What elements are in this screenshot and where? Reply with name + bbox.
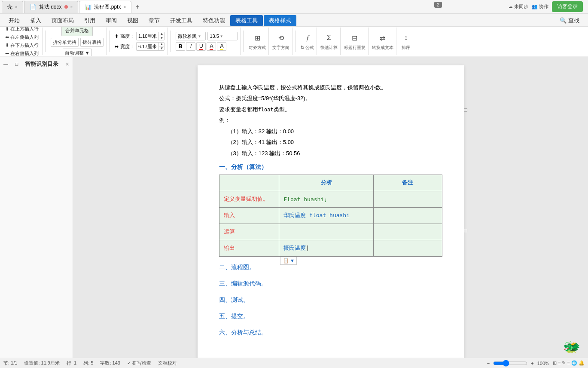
height-text: 高度： <box>120 33 134 40</box>
sidebar-toggle-expand[interactable]: □ <box>15 61 18 67</box>
merge-cells-btn[interactable]: 合并单元格 <box>61 27 93 36</box>
doc-align[interactable]: 文档校对 <box>158 360 177 366</box>
formula-button[interactable]: 𝑓 <box>302 32 314 44</box>
tab-docx[interactable]: 📄 算法.docx × <box>24 1 79 13</box>
width-label-text: 宽度： <box>120 43 134 50</box>
tab-pptx-close[interactable]: × <box>123 5 126 9</box>
insert-left-btn[interactable]: ⬅ 在左侧插入列 <box>3 34 40 41</box>
tab-review[interactable]: 审阅 <box>101 15 122 26</box>
width-up-btn[interactable]: ▲ <box>159 42 164 46</box>
height-input[interactable]: 1.10厘米 ▲ ▼ <box>136 32 165 40</box>
spell-check[interactable]: ✓ 拼写检查 <box>127 360 151 366</box>
tab-docx-close[interactable]: × <box>70 5 73 9</box>
width-input[interactable]: 6.17厘米 ▲ ▼ <box>136 42 165 51</box>
italic-button[interactable]: I <box>186 42 195 51</box>
tab-reference[interactable]: 引用 <box>79 15 101 26</box>
section-5: 五、提交。 <box>219 310 442 322</box>
tab-docx-icon: 📄 <box>30 4 37 10</box>
tab-search[interactable]: 🔍 查找 <box>554 15 585 26</box>
section-3: 三、编辑源代码。 <box>219 277 442 289</box>
tab-special[interactable]: 特色功能 <box>198 15 230 26</box>
table-cell-4-remark[interactable] <box>373 240 442 256</box>
ribbon-group-textdir: ⟲ 文字方向 <box>270 28 292 55</box>
table-cell-3-remark[interactable] <box>373 224 442 240</box>
paste-arrow: ▼ <box>291 258 294 264</box>
visit-login-button[interactable]: 访客登录 <box>552 1 583 12</box>
ribbon-group-convert: ⇄ 转换成文本 <box>369 28 396 55</box>
sort-button[interactable]: ↕ <box>400 32 412 44</box>
height-down-btn[interactable]: ▼ <box>159 36 164 40</box>
insert-below-btn[interactable]: ⬇ 在下方插入行 <box>3 42 40 49</box>
tab-pptx[interactable]: 📊 流程图.pptx × <box>79 1 131 13</box>
insert-row4: ➡ 在右侧插入列 <box>3 50 40 56</box>
section-1-title: 一、分析（算法） <box>219 163 442 171</box>
table-cell-2-value[interactable]: 华氏温度 float huashi <box>279 207 374 224</box>
mascot: 🐲 <box>559 336 585 358</box>
insert-above-btn[interactable]: ⬆ 在上方插入行 <box>3 27 40 33</box>
tab-devtools[interactable]: 开发工具 <box>165 15 198 26</box>
table-cell-4-value[interactable]: 摄氏温度| 📋 ▼ <box>279 240 374 256</box>
ribbon-content: ⬆ 在上方插入行 ⬅ 在左侧插入列 ⬇ 在下方插入行 ➡ 在右侧插入列 <box>0 27 588 56</box>
split-table-btn[interactable]: 拆分表格 <box>80 38 104 47</box>
sidebar-toggle-collapse[interactable]: — <box>3 61 8 67</box>
width-down-btn[interactable]: ▼ <box>159 46 164 51</box>
sidebar-title-label: 智能识别目录 <box>25 60 58 68</box>
split-cell-btn[interactable]: 拆分单元格 <box>51 38 79 47</box>
font-color-button[interactable]: A <box>207 42 216 51</box>
table-cell-header-empty[interactable] <box>219 175 279 191</box>
format-btn-row: B I U A A <box>176 42 226 51</box>
ribbon-group-font: 微软雅黑 ▼ 13.5 ▼ B I U A A <box>173 28 241 55</box>
table-cell-2-label[interactable]: 输入 <box>219 207 279 224</box>
table-cell-1-label[interactable]: 定义变量赋初值。 <box>219 191 279 207</box>
header-repeat-button[interactable]: ⊟ <box>349 32 361 44</box>
table-cell-2-remark[interactable] <box>373 207 442 224</box>
examples-block: （1）输入：32 输出：0.00 （2）输入：41 输出：5.00 （3）输入：… <box>219 126 442 158</box>
text-direction-button[interactable]: ⟲ <box>275 32 287 44</box>
tab-insert[interactable]: 插入 <box>25 15 46 26</box>
font-name-arrow: ▼ <box>198 34 201 38</box>
tab-table-style[interactable]: 表格样式 <box>264 15 296 26</box>
title-bar: 壳 × 📄 算法.docx × 📊 流程图.pptx × + 2 ☁ 未同步 👥… <box>0 0 588 14</box>
font-name-select[interactable]: 微软雅黑 ▼ <box>176 32 206 40</box>
tab-layout[interactable]: 页面布局 <box>46 15 79 26</box>
requirement-paragraph: 要求变量名都用float类型。 <box>219 104 442 115</box>
ribbon-group-size: ⬍ 高度： 1.10厘米 ▲ ▼ ⬌ 宽度： 6.17厘米 ▲ ▼ <box>112 28 168 55</box>
collab-btn[interactable]: 👥 协作 <box>532 3 548 10</box>
ribbon-tabs: 开始 插入 页面布局 引用 审阅 视图 章节 开发工具 特色功能 表格工具 表格… <box>0 14 588 27</box>
insert-below-icon: ⬇ <box>5 43 9 48</box>
highlight-button[interactable]: A <box>217 42 226 51</box>
sidebar-close-btn[interactable]: × <box>66 61 69 67</box>
convert-button[interactable]: ⇄ <box>377 32 389 44</box>
zoom-in-btn[interactable]: + <box>531 361 533 366</box>
tab-view[interactable]: 视图 <box>122 15 143 26</box>
table-cell-remark-header[interactable]: 备注 <box>373 175 442 191</box>
insert-row3: ⬇ 在下方插入行 <box>3 42 40 49</box>
table-cell-analysis-header[interactable]: 分析 <box>279 175 374 191</box>
formula-text: 公式：摄氏温度=5/9*(华氏温度-32)。 <box>219 95 311 101</box>
status-row: 行: 1 <box>67 360 76 366</box>
height-up-btn[interactable]: ▲ <box>159 32 164 36</box>
quick-calc-button[interactable]: Σ <box>323 32 335 44</box>
tab-table-tools[interactable]: 表格工具 <box>230 15 263 26</box>
font-size-select[interactable]: 13.5 ▼ <box>207 32 238 40</box>
insert-right-btn[interactable]: ➡ 在右侧插入列 <box>3 50 40 56</box>
table-cell-3-value[interactable] <box>279 224 374 240</box>
align-button[interactable]: ⊞ <box>251 32 263 44</box>
bold-button[interactable]: B <box>176 42 185 51</box>
table-cell-1-value[interactable]: Float huashi; <box>279 191 374 207</box>
auto-fit-arrow: ▼ <box>85 50 90 55</box>
paste-tooltip[interactable]: 📋 ▼ <box>280 257 297 265</box>
table-cell-1-remark[interactable] <box>373 191 442 207</box>
tab-pptx-label: 流程图.pptx <box>94 3 121 11</box>
tab-start[interactable]: 开始 <box>3 15 25 26</box>
tab-shell[interactable]: 壳 × <box>2 1 23 13</box>
tab-shell-close[interactable]: × <box>15 5 18 9</box>
tab-add-button[interactable]: + <box>132 2 143 12</box>
underline-button[interactable]: U <box>196 42 206 51</box>
table-cell-4-label[interactable]: 输出 <box>219 240 279 256</box>
zoom-out-btn[interactable]: − <box>487 361 490 366</box>
auto-fit-btn[interactable]: 自动调整 ▼ <box>63 49 92 57</box>
table-cell-3-label[interactable]: 运算 <box>219 224 279 240</box>
tab-chapter[interactable]: 章节 <box>143 15 165 26</box>
zoom-slider[interactable] <box>493 360 527 367</box>
